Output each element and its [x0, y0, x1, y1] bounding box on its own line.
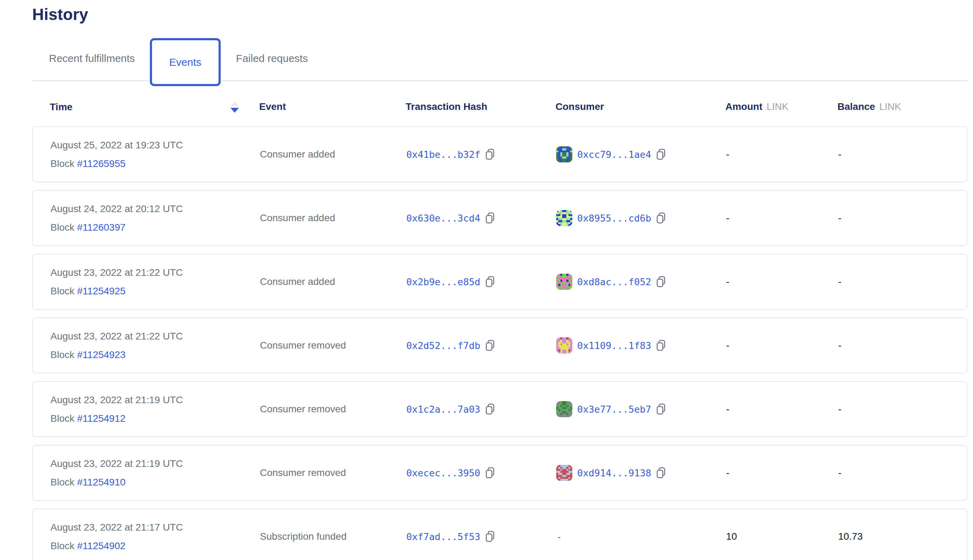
copy-icon[interactable]: [656, 467, 666, 479]
block-number-link[interactable]: #11265955: [77, 158, 125, 169]
consumer-address-link: -: [556, 531, 562, 542]
block-number-link[interactable]: #11254912: [77, 413, 125, 424]
block-number-link[interactable]: #11254923: [77, 349, 125, 360]
copy-icon[interactable]: [485, 276, 495, 288]
tx-hash-link[interactable]: 0xecec...3950: [406, 468, 480, 478]
time-cell: August 23, 2022 at 21:17 UTC Block #1125…: [50, 522, 260, 552]
tab-events[interactable]: Events: [150, 38, 221, 86]
consumer-address-link[interactable]: 0x8955...cd6b: [577, 213, 651, 223]
block-line: Block #11254910: [50, 477, 260, 488]
balance-header-label: Balance: [838, 101, 875, 112]
amount-cell: -: [726, 149, 838, 160]
column-header-transaction-hash: Transaction Hash: [406, 101, 555, 113]
table-row: August 23, 2022 at 21:17 UTC Block #1125…: [32, 508, 967, 560]
event-cell: Consumer added: [260, 212, 406, 223]
column-header-consumer: Consumer: [555, 101, 726, 113]
copy-icon[interactable]: [656, 212, 666, 224]
consumer-address-link[interactable]: 0x1109...1f83: [577, 340, 651, 351]
row-timestamp: August 23, 2022 at 21:17 UTC: [50, 522, 260, 533]
time-header-label: Time: [50, 102, 72, 113]
consumer-cell: 0x3e77...5eb7: [556, 401, 726, 417]
time-cell: August 23, 2022 at 21:22 UTC Block #1125…: [50, 267, 260, 297]
consumer-identicon: [556, 274, 572, 290]
copy-icon[interactable]: [656, 276, 666, 288]
row-timestamp: August 23, 2022 at 21:22 UTC: [50, 331, 260, 342]
balance-cell: -: [838, 212, 967, 223]
balance-cell: -: [838, 340, 967, 351]
block-number-link[interactable]: #11260397: [77, 222, 125, 233]
column-header-time: Time: [50, 101, 259, 113]
row-timestamp: August 23, 2022 at 21:22 UTC: [50, 267, 260, 278]
copy-icon[interactable]: [656, 148, 666, 160]
balance-cell: 10.73: [838, 531, 967, 542]
block-number-link[interactable]: #11254925: [77, 286, 125, 297]
block-label: Block: [50, 349, 74, 360]
copy-icon[interactable]: [485, 467, 495, 479]
time-cell: August 23, 2022 at 21:19 UTC Block #1125…: [50, 458, 260, 488]
event-cell: Consumer removed: [260, 403, 406, 415]
tab-failed-requests[interactable]: Failed requests: [236, 36, 308, 81]
tab-recent-fulfillments[interactable]: Recent fulfillments: [49, 36, 135, 81]
history-page: History Recent fulfillments Events Faile…: [0, 0, 973, 560]
consumer-address-link[interactable]: 0xd8ac...f052: [577, 277, 651, 287]
copy-icon[interactable]: [485, 403, 495, 415]
consumer-cell: 0xcc79...1ae4: [556, 146, 726, 162]
table-row: August 23, 2022 at 21:22 UTC Block #1125…: [32, 317, 967, 373]
table-row: August 23, 2022 at 21:19 UTC Block #1125…: [32, 445, 967, 501]
block-label: Block: [50, 222, 74, 233]
event-cell: Consumer added: [260, 276, 406, 287]
amount-header-label: Amount: [726, 101, 762, 112]
block-line: Block #11254925: [50, 286, 260, 297]
tx-hash-cell: 0x2b9e...e85d: [406, 276, 556, 288]
sort-toggle-icon[interactable]: [231, 101, 239, 113]
copy-icon[interactable]: [656, 403, 666, 415]
tx-hash-cell: 0x2d52...f7db: [406, 340, 556, 352]
block-line: Block #11260397: [50, 222, 260, 233]
consumer-address-link[interactable]: 0xd914...9138: [577, 468, 651, 478]
copy-icon[interactable]: [485, 212, 495, 224]
time-cell: August 23, 2022 at 21:22 UTC Block #1125…: [50, 331, 260, 360]
tx-hash-link[interactable]: 0x2d52...f7db: [406, 340, 480, 351]
block-label: Block: [50, 477, 74, 488]
block-line: Block #11254912: [50, 413, 260, 424]
time-cell: August 23, 2022 at 21:19 UTC Block #1125…: [50, 395, 260, 424]
tx-hash-link[interactable]: 0x2b9e...e85d: [406, 277, 480, 287]
block-label: Block: [50, 158, 74, 169]
balance-cell: -: [838, 467, 967, 478]
row-timestamp: August 24, 2022 at 20:12 UTC: [50, 203, 260, 215]
copy-icon[interactable]: [485, 340, 495, 352]
balance-cell: -: [838, 276, 967, 287]
balance-cell: -: [838, 403, 967, 415]
amount-cell: -: [726, 467, 838, 478]
consumer-address-link[interactable]: 0x3e77...5eb7: [577, 404, 651, 415]
tx-hash-link[interactable]: 0x41be...b32f: [406, 149, 480, 160]
consumer-identicon: [556, 146, 572, 162]
copy-icon[interactable]: [656, 340, 666, 352]
table-body: August 25, 2022 at 19:23 UTC Block #1126…: [32, 127, 967, 560]
tx-hash-cell: 0x630e...3cd4: [406, 212, 556, 224]
row-timestamp: August 23, 2022 at 21:19 UTC: [50, 395, 260, 406]
consumer-address-link[interactable]: 0xcc79...1ae4: [577, 149, 651, 160]
time-cell: August 24, 2022 at 20:12 UTC Block #1126…: [50, 203, 260, 233]
amount-unit-label: LINK: [767, 101, 788, 112]
copy-icon[interactable]: [485, 148, 495, 160]
consumer-identicon: [556, 465, 572, 481]
copy-icon[interactable]: [485, 531, 495, 542]
consumer-cell: 0x8955...cd6b: [556, 210, 726, 226]
sort-asc-icon: [231, 101, 239, 106]
tx-hash-link[interactable]: 0xf7ad...5f53: [406, 531, 480, 542]
consumer-cell: 0xd914...9138: [556, 465, 726, 481]
balance-cell: -: [838, 149, 967, 160]
table-row: August 25, 2022 at 19:23 UTC Block #1126…: [32, 127, 967, 182]
consumer-cell: 0xd8ac...f052: [556, 274, 726, 290]
event-cell: Consumer removed: [260, 340, 406, 351]
consumer-identicon: [556, 337, 572, 353]
consumer-identicon: [556, 401, 572, 417]
tx-hash-link[interactable]: 0x1c2a...7a03: [406, 404, 480, 415]
tx-hash-link[interactable]: 0x630e...3cd4: [406, 213, 480, 223]
block-number-link[interactable]: #11254910: [77, 477, 125, 488]
amount-cell: -: [726, 276, 838, 287]
block-number-link[interactable]: #11254902: [77, 540, 125, 551]
consumer-identicon: [556, 210, 572, 226]
balance-unit-label: LINK: [879, 101, 901, 112]
